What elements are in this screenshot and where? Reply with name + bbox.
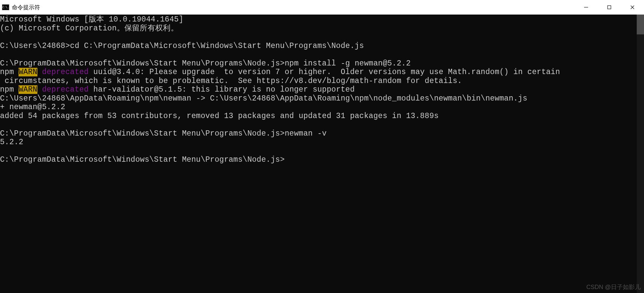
terminal-line <box>0 50 637 59</box>
cmd-icon: C:\. <box>2 4 9 10</box>
terminal-text: C:\ProgramData\Microsoft\Windows\Start M… <box>0 59 411 68</box>
maximize-button[interactable] <box>598 0 621 15</box>
terminal-text: + newman@5.2.2 <box>0 103 65 111</box>
terminal-text: har-validator@5.1.5: this library is no … <box>89 85 355 94</box>
npm-warn-badge: WARN <box>19 85 37 94</box>
terminal-line <box>0 120 637 129</box>
window-title: 命令提示符 <box>12 4 575 11</box>
terminal-line: Microsoft Windows [版本 10.0.19044.1645] <box>0 15 637 24</box>
terminal-output[interactable]: Microsoft Windows [版本 10.0.19044.1645](c… <box>0 15 637 293</box>
npm-warn-badge: WARN <box>19 68 37 76</box>
terminal-line: npm WARN deprecated uuid@3.4.0: Please u… <box>0 68 637 77</box>
terminal-wrap: Microsoft Windows [版本 10.0.19044.1645](c… <box>0 15 644 293</box>
terminal-line: 5.2.2 <box>0 138 637 147</box>
terminal-line <box>0 147 637 156</box>
terminal-text: npm <box>0 68 19 76</box>
scrollbar-thumb[interactable] <box>637 15 644 34</box>
terminal-text: (c) Microsoft Corporation。保留所有权利。 <box>0 24 178 33</box>
terminal-text: C:\ProgramData\Microsoft\Windows\Start M… <box>0 155 285 164</box>
npm-deprecated-label: deprecated <box>42 85 89 94</box>
terminal-line: C:\Users\24868\AppData\Roaming\npm\newma… <box>0 94 637 103</box>
npm-deprecated-label: deprecated <box>42 68 89 76</box>
terminal-text: C:\ProgramData\Microsoft\Windows\Start M… <box>0 129 327 138</box>
scrollbar[interactable] <box>637 15 644 293</box>
terminal-text: C:\Users\24868\AppData\Roaming\npm\newma… <box>0 94 528 103</box>
terminal-line: C:\ProgramData\Microsoft\Windows\Start M… <box>0 59 637 68</box>
terminal-text: 5.2.2 <box>0 138 23 146</box>
terminal-line <box>0 33 637 42</box>
terminal-text: C:\Users\24868>cd C:\ProgramData\Microso… <box>0 42 364 50</box>
close-button[interactable] <box>621 0 644 15</box>
terminal-line: added 54 packages from 53 contributors, … <box>0 112 637 121</box>
terminal-line: circumstances, which is known to be prob… <box>0 77 637 86</box>
terminal-text <box>37 68 42 76</box>
terminal-text <box>37 85 42 94</box>
terminal-line: C:\ProgramData\Microsoft\Windows\Start M… <box>0 129 637 138</box>
terminal-text: circumstances, which is known to be prob… <box>0 77 462 85</box>
terminal-line: (c) Microsoft Corporation。保留所有权利。 <box>0 24 637 33</box>
terminal-line: C:\Users\24868>cd C:\ProgramData\Microso… <box>0 42 637 51</box>
terminal-text: uuid@3.4.0: Please upgrade to version 7 … <box>89 68 560 76</box>
terminal-line: npm WARN deprecated har-validator@5.1.5:… <box>0 85 637 94</box>
titlebar: C:\. 命令提示符 <box>0 0 644 15</box>
minimize-button[interactable] <box>575 0 598 15</box>
terminal-line: C:\ProgramData\Microsoft\Windows\Start M… <box>0 155 637 164</box>
terminal-text: npm <box>0 85 19 94</box>
terminal-text: Microsoft Windows [版本 10.0.19044.1645] <box>0 15 183 24</box>
svg-rect-1 <box>608 6 611 9</box>
window-controls <box>575 0 644 15</box>
terminal-text: added 54 packages from 53 contributors, … <box>0 112 439 120</box>
terminal-line: + newman@5.2.2 <box>0 103 637 112</box>
